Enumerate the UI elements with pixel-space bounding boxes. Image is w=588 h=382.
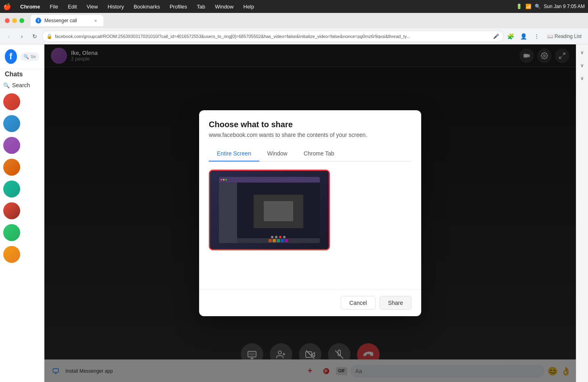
- fb-logo: f: [5, 49, 17, 64]
- tab-title: Messenger call: [44, 18, 90, 23]
- chat-list: [0, 91, 44, 382]
- menu-profiles[interactable]: Profiles: [167, 3, 189, 10]
- header-search-label: Se: [31, 54, 36, 59]
- dialog-overlay: Choose what to share www.facebook.com wa…: [44, 44, 576, 382]
- mockup-sidebar: [219, 183, 237, 243]
- search-icon-small: 🔍: [23, 54, 29, 59]
- dialog-title: Choose what to share: [209, 120, 412, 129]
- avatar: [3, 93, 20, 110]
- screen-mockup: [219, 177, 320, 243]
- toolbar-right: 🧩 👤 ⋮ 📖 Reading List: [505, 31, 585, 42]
- chrome-window: f Messenger call × ‹ › ↻ 🔒 facebook.com/…: [0, 13, 588, 382]
- share-button[interactable]: Share: [380, 296, 412, 310]
- mockup-inner: [254, 195, 303, 228]
- tab-window[interactable]: Window: [259, 146, 296, 162]
- menu-file[interactable]: File: [47, 3, 61, 10]
- mockup-close: [220, 179, 222, 181]
- menu-edit[interactable]: Edit: [65, 3, 79, 10]
- mockup-body: [219, 183, 320, 243]
- tab-chrome-tab[interactable]: Chrome Tab: [296, 146, 342, 162]
- search-placeholder-text: Search: [12, 82, 30, 88]
- mockup-inner-content: [264, 201, 294, 221]
- wifi-icon: 📶: [525, 4, 531, 9]
- menu-button[interactable]: ⋮: [531, 31, 542, 42]
- menu-tab[interactable]: Tab: [194, 3, 208, 10]
- screen-preview-option[interactable]: [209, 170, 330, 250]
- mockup-maximize: [225, 179, 227, 181]
- avatar: [3, 137, 20, 154]
- reading-list-panel: ∨ ∨ ∨: [576, 44, 588, 382]
- menu-chrome[interactable]: Chrome: [18, 3, 42, 10]
- dock-icon-1: [269, 239, 272, 242]
- search-row: 🔍 Search: [0, 80, 44, 91]
- menubar: 🍎 Chrome File Edit View History Bookmark…: [0, 0, 588, 13]
- profile-button[interactable]: 👤: [518, 31, 529, 42]
- maximize-button[interactable]: [19, 18, 24, 23]
- mockup-minimize: [223, 179, 225, 181]
- dialog-content: [209, 170, 412, 283]
- header-search[interactable]: 🔍 Se: [20, 52, 39, 61]
- list-item[interactable]: [0, 113, 44, 134]
- fb-header: f 🔍 Se: [0, 44, 44, 69]
- menu-view[interactable]: View: [84, 3, 100, 10]
- dialog-footer: Cancel Share: [199, 289, 421, 316]
- menu-help[interactable]: Help: [241, 3, 257, 10]
- avatar: [3, 202, 20, 219]
- dialog-subtitle: www.facebook.com wants to share the cont…: [209, 132, 412, 138]
- list-item[interactable]: [0, 178, 44, 200]
- tab-bar: f Messenger call ×: [31, 15, 583, 26]
- close-button[interactable]: [5, 18, 10, 23]
- reading-list-item-1[interactable]: ∨: [578, 48, 587, 57]
- apple-menu[interactable]: 🍎: [3, 3, 11, 10]
- chats-label: Chats: [0, 69, 44, 80]
- address-text: facebook.com/groupcall/ROOM:256393031703…: [55, 34, 491, 39]
- list-item[interactable]: [0, 91, 44, 113]
- dock-icon-4: [281, 239, 284, 242]
- traffic-lights: [5, 18, 24, 23]
- screen-share-dialog: Choose what to share www.facebook.com wa…: [199, 110, 421, 316]
- battery-icon: 🔋: [516, 4, 522, 9]
- extensions-button[interactable]: 🧩: [505, 31, 517, 42]
- lock-icon: 🔒: [46, 34, 52, 39]
- active-tab[interactable]: f Messenger call ×: [31, 15, 103, 26]
- screen-preview-image: [210, 171, 329, 249]
- forward-button[interactable]: ›: [16, 31, 27, 42]
- fb-sidebar: f 🔍 Se Chats 🔍 Search: [0, 44, 44, 382]
- cancel-button[interactable]: Cancel: [341, 296, 376, 310]
- chrome-titlebar: f Messenger call ×: [0, 13, 588, 28]
- search-icon[interactable]: 🔍: [535, 4, 541, 9]
- avatar: [3, 159, 20, 176]
- chrome-toolbar: ‹ › ↻ 🔒 facebook.com/groupcall/ROOM:2563…: [0, 28, 588, 44]
- menu-window[interactable]: Window: [212, 3, 236, 10]
- mockup-dock: [237, 238, 320, 243]
- list-item[interactable]: [0, 156, 44, 178]
- back-button[interactable]: ‹: [3, 31, 15, 42]
- address-bar[interactable]: 🔒 facebook.com/groupcall/ROOM:2563930317…: [42, 31, 504, 42]
- datetime: Sun Jan 9 7:05 AM: [544, 4, 585, 9]
- avatar: [3, 224, 20, 241]
- list-item[interactable]: [0, 200, 44, 222]
- tab-close-button[interactable]: ×: [93, 18, 99, 23]
- microphone-icon[interactable]: 🎤: [493, 34, 499, 39]
- menubar-left: 🍎 Chrome File Edit View History Bookmark…: [3, 3, 256, 10]
- list-item[interactable]: [0, 222, 44, 243]
- mockup-main: [237, 183, 320, 243]
- dock-icon-3: [277, 239, 280, 242]
- menu-history[interactable]: History: [105, 3, 126, 10]
- avatar: [3, 181, 20, 197]
- list-item[interactable]: [0, 243, 44, 265]
- menubar-right: 🔋 📶 🔍 Sun Jan 9 7:05 AM: [516, 4, 585, 9]
- menu-bookmarks[interactable]: Bookmarks: [131, 3, 162, 10]
- minimize-button[interactable]: [12, 18, 17, 23]
- reading-list-item-2[interactable]: ∨: [578, 61, 587, 70]
- list-item[interactable]: [0, 134, 44, 156]
- reading-list-button[interactable]: 📖 Reading List: [544, 33, 585, 40]
- messenger-area: Ike, Olena 2 people: [44, 44, 576, 382]
- dialog-tabs: Entire Screen Window Chrome Tab: [209, 146, 412, 162]
- reload-button[interactable]: ↻: [29, 31, 40, 42]
- tab-favicon: f: [36, 18, 41, 23]
- dock-icon-2: [273, 239, 276, 242]
- reading-list-item-3[interactable]: ∨: [578, 73, 587, 83]
- dialog-body: Choose what to share www.facebook.com wa…: [199, 110, 421, 289]
- tab-entire-screen[interactable]: Entire Screen: [209, 146, 259, 162]
